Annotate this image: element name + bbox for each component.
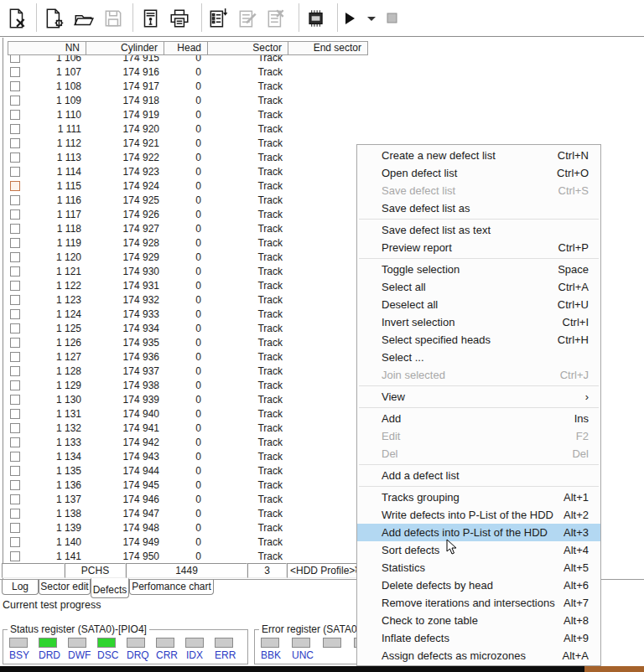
menu-item[interactable]: Preview reportCtrl+P [357, 239, 600, 256]
menu-item[interactable]: Select ... [357, 349, 600, 366]
led-indicator [215, 638, 233, 648]
menu-item[interactable]: Save defect list as text [357, 221, 600, 239]
open-folder-icon[interactable] [72, 6, 96, 31]
table-row[interactable]: 1 111174 9200Track [3, 122, 641, 137]
cell-sector: Track [218, 535, 283, 550]
menu-item[interactable]: EditF2 [357, 427, 600, 445]
cell-head: 0 [168, 293, 201, 308]
cell-sector: Track [218, 464, 283, 478]
table-row[interactable]: 1 110174 9190Track [3, 108, 641, 122]
delete-list-icon[interactable] [264, 6, 288, 31]
cell-nn: 1 129 [17, 379, 81, 393]
cell-head: 0 [168, 421, 201, 436]
menu-item[interactable]: Toggle selectionSpace [357, 261, 600, 278]
menu-item-shortcut: Alt+2 [564, 509, 600, 521]
menu-item-label: Inflate defects [357, 632, 564, 644]
menu-item[interactable]: Assign defects as microzonesAlt+A [357, 647, 600, 664]
cell-head: 0 [168, 94, 201, 108]
column-header-head[interactable]: Head [164, 41, 208, 55]
tab-performance-chart[interactable]: Perfomance chart [129, 580, 214, 595]
import-list-icon[interactable] [206, 6, 230, 31]
table-row[interactable]: 1 108174 9170Track [3, 80, 641, 94]
column-header-sector[interactable]: Sector [207, 41, 288, 55]
tab-sector-edit[interactable]: Sector edit [39, 580, 91, 595]
cell-sector: Track [218, 421, 283, 436]
menu-item-label: Tracks grouping [357, 491, 564, 504]
menu-item-label: Save defect list as [357, 202, 589, 215]
bottom-bar-accent [584, 666, 644, 672]
menu-item-shortcut: Ctrl+P [558, 241, 600, 254]
column-header-end-sector[interactable]: End sector [288, 41, 368, 55]
cell-cylinder: 174 949 [84, 535, 159, 550]
cell-sector: Track [218, 94, 283, 108]
menu-item-shortcut: Ctrl+A [558, 281, 600, 293]
tab-defects[interactable]: Defects [91, 578, 129, 598]
menu-item[interactable]: StatisticsAlt+5 [357, 559, 600, 576]
toolbar-separator [201, 3, 202, 32]
menu-item[interactable]: Remove iterations and intersectionsAlt+7 [357, 594, 600, 612]
menu-item-shortcut: Del [572, 447, 600, 460]
tab-log[interactable]: Log [2, 580, 39, 595]
menu-item[interactable]: Tracks groupingAlt+1 [357, 488, 600, 506]
menu-item[interactable]: Create a new defect listCtrl+N [357, 147, 600, 164]
menu-item[interactable]: Write defects into P-List of the HDDAlt+… [357, 506, 600, 524]
column-header-cylinder[interactable]: Cylinder [86, 41, 164, 55]
report-icon[interactable] [138, 6, 162, 31]
cell-sector: Track [218, 450, 283, 464]
cell-sector: Track [218, 236, 283, 251]
menu-item[interactable]: Save defect listCtrl+S [357, 182, 600, 199]
led-indicator [68, 638, 86, 648]
menu-item[interactable]: Check to zone tableAlt+8 [357, 612, 600, 629]
menu-item[interactable]: Sort defectsAlt+4 [357, 541, 600, 559]
cell-head: 0 [168, 393, 201, 407]
led-indicator [39, 638, 57, 648]
led-indicator [292, 638, 310, 648]
menu-item[interactable]: Select specified headsCtrl+H [357, 331, 600, 349]
table-row[interactable]: 1 107174 9160Track [3, 65, 641, 80]
menu-item[interactable]: Open defect listCtrl+O [357, 164, 600, 182]
menu-item[interactable]: Inflate defectsAlt+9 [357, 629, 600, 647]
menu-item[interactable]: Deselect allCtrl+U [357, 296, 600, 313]
cell-nn: 1 139 [17, 521, 81, 535]
cell-cylinder: 174 922 [84, 151, 159, 165]
print-icon[interactable] [168, 6, 191, 31]
cell-nn: 1 113 [17, 151, 81, 165]
toolbar-separator [132, 3, 133, 32]
new-list-options-icon[interactable] [43, 6, 66, 31]
menu-item-label: Invert selection [357, 316, 563, 328]
menu-item[interactable]: Delete defects by headAlt+6 [357, 576, 600, 594]
led-label: BBK [261, 650, 279, 660]
table-row[interactable]: 1 109174 9180Track [3, 94, 641, 108]
menu-item-label: Add [357, 412, 574, 425]
menu-item[interactable]: Add defects into P-List of the HDDAlt+3 [357, 524, 600, 541]
menu-item[interactable]: Save defect list as [357, 199, 600, 217]
cell-nn: 1 137 [17, 493, 81, 507]
menu-item-label: View [357, 390, 585, 403]
menu-item[interactable]: Add a defect list [357, 467, 600, 484]
cell-sector: Track [218, 151, 283, 165]
menu-item[interactable]: View› [357, 388, 600, 406]
cell-cylinder: 174 935 [84, 336, 159, 350]
menu-item[interactable]: DelDel [357, 445, 600, 463]
menu-item[interactable]: Join selectedCtrl+J [357, 366, 600, 384]
menu-item[interactable]: Invert selectionCtrl+I [357, 313, 600, 331]
edit-list-icon[interactable] [236, 6, 259, 31]
menu-item-label: Statistics [357, 561, 564, 574]
save-icon[interactable] [101, 6, 125, 31]
cell-head: 0 [168, 336, 201, 350]
toolbar [0, 0, 644, 36]
cell-head: 0 [168, 407, 201, 421]
new-defect-list-icon[interactable] [5, 6, 29, 31]
chip-icon[interactable] [304, 6, 327, 31]
led-drd: DRD [39, 638, 57, 660]
stop-icon[interactable] [383, 6, 402, 31]
menu-item[interactable]: AddIns [357, 410, 600, 427]
play-options-icon[interactable] [364, 6, 379, 31]
column-header-nn[interactable]: NN [8, 41, 86, 55]
cell-sector: Track [218, 478, 283, 493]
menu-item-label: Deselect all [357, 298, 558, 311]
play-icon[interactable] [340, 6, 359, 31]
menu-item-shortcut: Alt+4 [564, 544, 600, 556]
menu-item-shortcut: Ctrl+I [563, 316, 600, 328]
menu-item[interactable]: Select allCtrl+A [357, 278, 600, 296]
